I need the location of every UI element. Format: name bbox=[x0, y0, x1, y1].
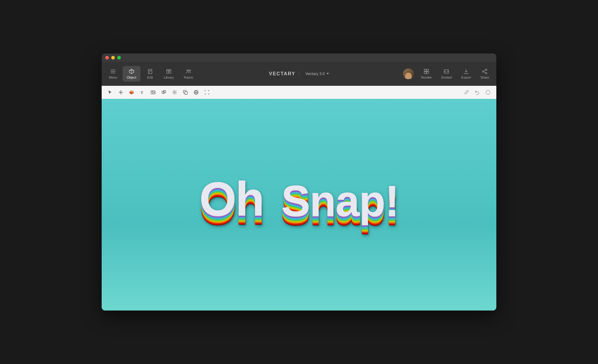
edit-button[interactable]: Edit bbox=[142, 66, 158, 82]
toolbar-left: Menu Object Edit bbox=[105, 66, 197, 82]
embed-icon bbox=[443, 68, 449, 74]
menu-icon bbox=[110, 68, 116, 74]
undo-icon bbox=[475, 90, 480, 95]
svg-line-21 bbox=[484, 72, 486, 73]
share-icon bbox=[482, 68, 488, 74]
menu-label: Menu bbox=[109, 76, 117, 79]
teams-label: Teams bbox=[183, 76, 193, 79]
secondary-toolbar: T bbox=[102, 86, 496, 99]
light-tool[interactable] bbox=[170, 88, 179, 97]
svg-line-36 bbox=[176, 91, 176, 91]
svg-line-35 bbox=[176, 94, 176, 94]
svg-rect-15 bbox=[424, 71, 426, 74]
avatar[interactable] bbox=[403, 68, 414, 79]
library-icon bbox=[166, 68, 172, 74]
view-button[interactable] bbox=[483, 88, 493, 97]
svg-point-18 bbox=[486, 69, 487, 70]
svg-rect-39 bbox=[185, 91, 187, 94]
frame-tool[interactable] bbox=[202, 88, 212, 97]
svg-marker-3 bbox=[148, 69, 152, 74]
avatar-image bbox=[403, 68, 414, 79]
svg-text:T: T bbox=[141, 90, 143, 95]
chevron-down-icon bbox=[327, 73, 329, 74]
version-selector[interactable]: Vectary 3.0 bbox=[303, 70, 331, 77]
render-label: Render bbox=[421, 76, 432, 79]
svg-point-29 bbox=[174, 91, 176, 93]
clone-icon bbox=[183, 90, 188, 95]
svg-rect-5 bbox=[167, 69, 168, 73]
teams-button[interactable]: Teams bbox=[179, 66, 197, 82]
image-icon bbox=[150, 90, 156, 95]
version-label: Vectary 3.0 bbox=[305, 71, 325, 76]
export-label: Export bbox=[461, 76, 471, 79]
toolbar-right: Render Embed Export bbox=[403, 66, 493, 82]
arrow-icon bbox=[107, 90, 113, 95]
edit-label: Edit bbox=[147, 76, 153, 79]
svg-rect-28 bbox=[164, 91, 166, 93]
undo-button[interactable] bbox=[472, 88, 482, 97]
object-button[interactable]: Object bbox=[123, 66, 141, 82]
logo-divider bbox=[299, 71, 299, 77]
edit-icon bbox=[147, 68, 153, 74]
object-3d-tool[interactable] bbox=[127, 88, 136, 97]
pen-tool[interactable] bbox=[462, 88, 471, 97]
top-toolbar: Menu Object Edit bbox=[102, 62, 496, 86]
svg-rect-14 bbox=[427, 69, 429, 71]
render-icon bbox=[423, 68, 429, 74]
avatar-face bbox=[405, 73, 412, 79]
share-button[interactable]: Share bbox=[476, 66, 493, 82]
object-icon bbox=[129, 68, 135, 74]
menu-button[interactable]: Menu bbox=[105, 66, 121, 82]
svg-line-22 bbox=[484, 70, 486, 71]
embed-button[interactable]: Embed bbox=[437, 66, 456, 82]
embed-label: Embed bbox=[441, 76, 452, 79]
app-logo: VECTARY bbox=[269, 71, 296, 77]
toolbar-center: VECTARY Vectary 3.0 bbox=[197, 70, 403, 77]
svg-point-9 bbox=[187, 70, 188, 71]
render-button[interactable]: Render bbox=[417, 66, 436, 82]
text-oh: Oh bbox=[199, 175, 263, 223]
svg-rect-16 bbox=[427, 71, 429, 74]
svg-rect-6 bbox=[169, 69, 171, 73]
minimize-button[interactable] bbox=[111, 56, 115, 59]
surface-tool[interactable] bbox=[191, 88, 201, 97]
transform-tool[interactable] bbox=[116, 88, 126, 97]
svg-point-23 bbox=[120, 92, 121, 93]
image-tool[interactable] bbox=[148, 88, 158, 97]
secondary-toolbar-right bbox=[462, 88, 493, 97]
frame-icon bbox=[204, 90, 210, 95]
surface-icon bbox=[193, 90, 199, 95]
scene: Oh Snap! bbox=[102, 99, 496, 311]
pen-icon bbox=[464, 90, 469, 95]
circle-icon bbox=[485, 90, 491, 95]
sun-icon bbox=[172, 90, 177, 95]
text-tool[interactable]: T bbox=[138, 88, 147, 97]
svg-rect-13 bbox=[424, 69, 426, 71]
transform-icon bbox=[118, 90, 123, 95]
object-label: Object bbox=[127, 76, 136, 79]
text-snap: Snap! bbox=[281, 179, 399, 223]
cube-orange-icon bbox=[129, 90, 134, 95]
clone-tool[interactable] bbox=[181, 88, 190, 97]
title-bar bbox=[102, 53, 496, 62]
svg-point-20 bbox=[486, 72, 487, 74]
export-button[interactable]: Export bbox=[457, 66, 475, 82]
text-icon: T bbox=[140, 90, 145, 95]
app-window: Menu Object Edit bbox=[102, 53, 496, 311]
select-tool[interactable] bbox=[105, 88, 115, 97]
svg-point-26 bbox=[152, 91, 152, 92]
svg-rect-27 bbox=[162, 91, 164, 94]
share-label: Share bbox=[480, 76, 489, 79]
svg-point-19 bbox=[483, 71, 484, 72]
shape-tool[interactable] bbox=[159, 88, 169, 97]
library-button[interactable]: Library bbox=[160, 66, 178, 82]
text-3d-container: Oh Snap! bbox=[199, 175, 399, 235]
library-label: Library bbox=[164, 76, 174, 79]
teams-icon bbox=[185, 68, 191, 74]
svg-line-34 bbox=[173, 91, 173, 91]
shape-3d-icon bbox=[161, 90, 167, 95]
canvas-area[interactable]: Oh Snap! bbox=[102, 99, 496, 311]
close-button[interactable] bbox=[105, 56, 109, 59]
maximize-button[interactable] bbox=[117, 56, 121, 59]
svg-point-43 bbox=[486, 90, 490, 94]
